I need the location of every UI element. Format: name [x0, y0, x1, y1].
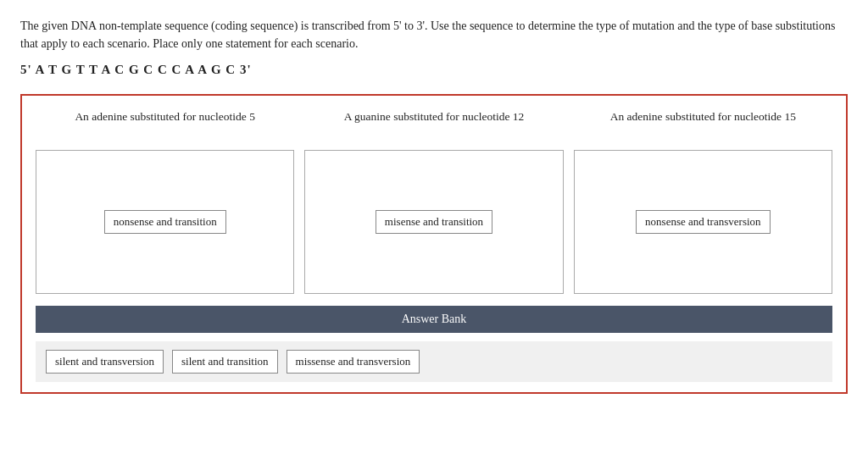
answer-bank-header: Answer Bank — [36, 306, 832, 333]
column-1-header: An adenine substituted for nucleotide 5 — [75, 109, 255, 141]
column-2-placed-answer[interactable]: misense and transition — [376, 210, 492, 234]
answer-bank: Answer Bank silent and transversion sile… — [36, 306, 832, 382]
column-3-placed-answer[interactable]: nonsense and transversion — [636, 210, 770, 234]
columns-container: An adenine substituted for nucleotide 5 … — [36, 109, 832, 294]
column-1-dropbox[interactable]: nonsense and transition — [36, 150, 294, 294]
column-2: A guanine substituted for nucleotide 12 … — [304, 109, 563, 294]
answer-bank-body: silent and transversion silent and trans… — [36, 341, 832, 382]
chip-silent-transition[interactable]: silent and transition — [172, 350, 278, 374]
column-1: An adenine substituted for nucleotide 5 … — [36, 109, 294, 294]
main-container: An adenine substituted for nucleotide 5 … — [20, 94, 848, 394]
chip-missense-transversion[interactable]: missense and transversion — [287, 350, 420, 374]
column-3-header: An adenine substituted for nucleotide 15 — [610, 109, 796, 141]
column-3-dropbox[interactable]: nonsense and transversion — [574, 150, 832, 294]
dna-sequence: 5' A T G T T A C G C C C A A G C 3' — [20, 63, 848, 77]
column-3: An adenine substituted for nucleotide 15… — [574, 109, 832, 294]
column-1-placed-answer[interactable]: nonsense and transition — [104, 210, 226, 234]
instructions-text: The given DNA non-template sequence (cod… — [20, 17, 848, 53]
chip-silent-transversion[interactable]: silent and transversion — [46, 350, 164, 374]
column-2-header: A guanine substituted for nucleotide 12 — [344, 109, 525, 141]
column-2-dropbox[interactable]: misense and transition — [304, 150, 563, 294]
